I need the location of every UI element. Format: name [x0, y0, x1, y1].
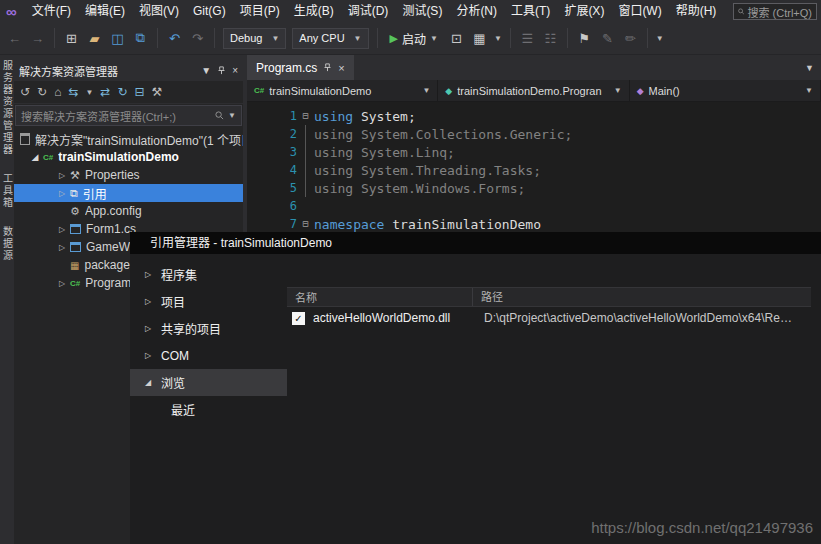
expander-icon[interactable]: ▷ [56, 171, 68, 180]
winform-icon [70, 224, 81, 234]
menu-project[interactable]: 项目(P) [233, 0, 287, 22]
dialog-nav-com[interactable]: ▷ COM [130, 342, 287, 369]
reference-checkbox[interactable]: ✓ [292, 312, 305, 325]
tool-tab-server-explorer[interactable]: 服务器资源管理器 [0, 60, 15, 156]
start-debugging-button[interactable]: ▶ 启动 ▼ [386, 30, 442, 47]
redo-icon[interactable]: ↷ [189, 31, 206, 46]
outdent-icon[interactable]: ☷ [542, 31, 559, 46]
reference-table-row[interactable]: ✓ activeHelloWorldDemo.dll D:\qtProject\… [287, 308, 811, 328]
solution-platforms-dropdown[interactable]: Any CPU ▼ [292, 28, 368, 49]
document-list-chevron-icon[interactable]: ▼ [805, 63, 814, 73]
expander-icon[interactable]: ◢ [145, 378, 154, 387]
editor-layout-icon[interactable]: ▦ [471, 31, 488, 46]
fold-marker-icon[interactable]: ⊟ [297, 107, 314, 125]
tree-item-references[interactable]: ▷ ⧉ 引用 [14, 184, 243, 202]
panel-options-icon[interactable]: ▼ [201, 65, 211, 76]
menu-extensions[interactable]: 扩展(X) [557, 0, 611, 22]
document-tab-bar: Program.cs × ▼ [247, 55, 821, 80]
dialog-nav-browse[interactable]: ◢ 浏览 [130, 369, 287, 396]
code-token: using System.Linq; [314, 145, 455, 160]
fold-marker-icon[interactable]: ⊟ [297, 215, 314, 233]
tree-item-solution[interactable]: 解决方案"trainSimulationDemo"(1 个项目) [14, 130, 243, 148]
expander-icon[interactable]: ▷ [56, 243, 68, 252]
expander-icon[interactable]: ▷ [56, 189, 68, 198]
expander-icon[interactable]: ▷ [145, 297, 154, 306]
menu-window[interactable]: 窗口(W) [611, 0, 668, 22]
pin-icon[interactable] [323, 63, 332, 72]
column-header-name[interactable]: 名称 [287, 289, 472, 305]
line-number: 5 [247, 181, 297, 195]
tab-label: Program.cs [256, 61, 317, 75]
navigate-forward-icon[interactable]: → [29, 31, 46, 46]
undo-icon[interactable]: ↶ [166, 31, 183, 46]
expander-icon[interactable]: ▷ [56, 225, 68, 234]
dialog-nav-shared-projects[interactable]: ▷ 共享的项目 [130, 315, 287, 342]
history-back-icon[interactable]: ↺ [20, 85, 30, 99]
expander-icon[interactable]: ▷ [145, 324, 154, 333]
solution-search-input[interactable]: 搜索解决方案资源管理器(Ctrl+;) ▼ [15, 105, 242, 126]
sync-with-active-document-icon[interactable]: ⇄ [100, 85, 110, 99]
solution-explorer-header[interactable]: 解决方案资源管理器 ▼ × [14, 60, 243, 81]
tree-item-project[interactable]: ◢ C# trainSimulationDemo [14, 148, 243, 166]
tree-item-label: Program [85, 276, 131, 290]
attach-to-process-icon[interactable]: ⊡ [448, 31, 465, 46]
history-forward-icon[interactable]: ↻ [37, 85, 47, 99]
bookmark-icon[interactable]: ⚑ [576, 31, 593, 46]
column-header-path[interactable]: 路径 [472, 288, 811, 306]
menu-build[interactable]: 生成(B) [287, 0, 341, 22]
code-line: 3 using System.Linq; [247, 143, 821, 161]
toolbar-overflow-icon[interactable]: ▼ [656, 34, 664, 43]
breadcrumb-member-dropdown[interactable]: ◆ Main() ▼ [630, 80, 821, 101]
pending-changes-filter-icon[interactable]: ▼ [85, 88, 93, 97]
dialog-nav-recent[interactable]: 最近 [130, 396, 287, 423]
menu-file[interactable]: 文件(F) [25, 0, 78, 22]
collapse-all-icon[interactable]: ⊟ [134, 85, 144, 99]
save-icon[interactable]: ◫ [109, 31, 126, 46]
comment-remove-icon[interactable]: ✏ [622, 31, 639, 46]
breadcrumb-type-dropdown[interactable]: ◆ trainSimulationDemo.Progran ▼ [438, 80, 629, 101]
code-line: 7 ⊟ namespace trainSimulationDemo [247, 215, 821, 233]
reference-table-header: 名称 路径 [287, 287, 811, 307]
properties-icon[interactable]: ⚒ [152, 85, 163, 99]
play-icon: ▶ [390, 32, 398, 45]
tree-item-appconfig[interactable]: ⚙ App.config [14, 202, 243, 220]
menu-analyze[interactable]: 分析(N) [449, 0, 504, 22]
save-all-icon[interactable]: ⧉ [132, 30, 149, 46]
tab-programcs[interactable]: Program.cs × [247, 55, 354, 80]
solution-configurations-dropdown[interactable]: Debug ▼ [223, 28, 286, 49]
watermark-text: https://blog.csdn.net/qq21497936 [591, 519, 813, 536]
tool-tab-data-sources[interactable]: 数据源 [0, 226, 15, 262]
line-number: 1 [247, 109, 297, 123]
quick-search-input[interactable]: 搜索 (Ctrl+Q) [733, 3, 817, 20]
comment-icon[interactable]: ✎ [599, 31, 616, 46]
code-editor[interactable]: 1 ⊟ using System; 2 using System.Collect… [247, 102, 821, 233]
indent-icon[interactable]: ☰ [519, 31, 536, 46]
home-icon[interactable]: ⌂ [54, 85, 61, 99]
dialog-title-bar[interactable]: 引用管理器 - trainSimulationDemo [130, 232, 821, 254]
breadcrumb-project-dropdown[interactable]: C# trainSimulationDemo ▼ [247, 80, 438, 101]
menu-git[interactable]: Git(G) [186, 0, 233, 22]
close-icon[interactable]: × [338, 62, 344, 74]
menu-debug[interactable]: 调试(D) [341, 0, 396, 22]
tree-item-properties[interactable]: ▷ ⚒ Properties [14, 166, 243, 184]
tool-tab-toolbox[interactable]: 工具箱 [0, 173, 15, 209]
menu-test[interactable]: 测试(S) [395, 0, 449, 22]
pin-icon[interactable] [217, 66, 226, 75]
menu-view[interactable]: 视图(V) [132, 0, 186, 22]
expander-icon[interactable]: ▷ [145, 351, 154, 360]
new-file-icon[interactable]: ⊞ [63, 31, 80, 46]
expander-icon[interactable]: ▷ [145, 270, 154, 279]
expander-icon[interactable]: ▷ [56, 279, 68, 288]
line-number: 4 [247, 163, 297, 177]
close-icon[interactable]: × [232, 65, 238, 76]
menu-tools[interactable]: 工具(T) [504, 0, 557, 22]
dialog-nav-assemblies[interactable]: ▷ 程序集 [130, 261, 287, 288]
menu-edit[interactable]: 编辑(E) [78, 0, 132, 22]
switch-views-icon[interactable]: ⇆ [68, 85, 78, 99]
refresh-icon[interactable]: ↻ [117, 85, 127, 99]
navigate-back-icon[interactable]: ← [6, 31, 23, 46]
dialog-nav-projects[interactable]: ▷ 项目 [130, 288, 287, 315]
menu-help[interactable]: 帮助(H) [669, 0, 724, 22]
open-folder-icon[interactable]: ▰ [86, 31, 103, 46]
expander-icon[interactable]: ◢ [29, 152, 41, 162]
